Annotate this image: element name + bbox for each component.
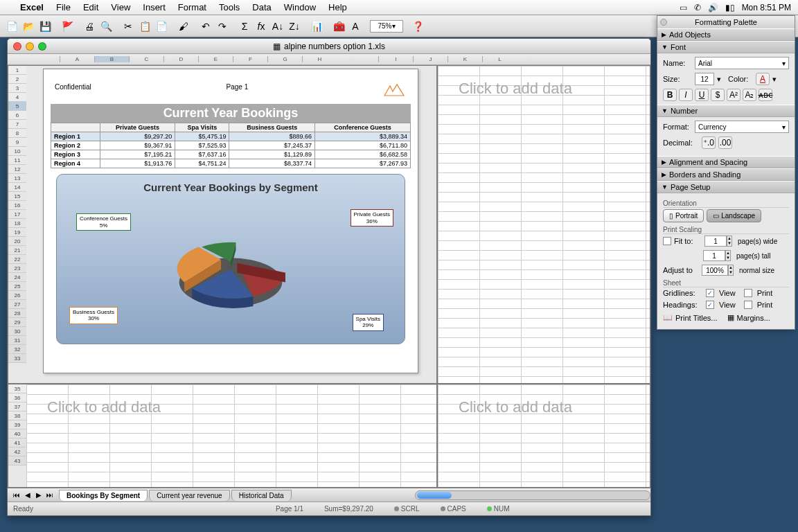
adjust-input[interactable] [702, 265, 728, 276]
section-add-objects[interactable]: ▶Add Objects [657, 28, 795, 41]
pane-top-right[interactable]: Click to add data [437, 65, 650, 384]
pages-tall-input[interactable] [703, 250, 725, 261]
decrease-decimal-icon[interactable]: .00 [718, 136, 732, 149]
text-icon[interactable]: A [348, 19, 363, 34]
next-sheet-icon[interactable]: ▶ [34, 491, 44, 499]
clock[interactable]: Mon 8:51 PM [742, 3, 791, 12]
cut-icon[interactable]: ✂ [121, 19, 136, 34]
pane-bottom-right[interactable]: Click to add data [437, 384, 650, 488]
window-title: alpine numbers option 1.xls [284, 42, 385, 51]
section-page-setup[interactable]: ▼Page Setup [657, 181, 795, 193]
pane-top-left[interactable]: 12345678910 11121314151617181920 2122232… [8, 65, 437, 384]
menu-insert[interactable]: Insert [136, 2, 172, 12]
bold-button[interactable]: B [663, 89, 677, 101]
fit-to-checkbox[interactable] [663, 237, 671, 245]
print-titles-button[interactable]: Print Titles... [675, 314, 718, 322]
sheet-tab[interactable]: Current year revenue [149, 490, 230, 501]
prev-sheet-icon[interactable]: ◀ [23, 491, 33, 499]
margins-button[interactable]: Margins... [737, 314, 770, 322]
volume-icon[interactable]: 🔊 [708, 3, 718, 12]
battery-icon[interactable]: ▮▯ [725, 3, 735, 12]
redo-icon[interactable]: ↷ [215, 19, 230, 34]
toolbox-icon[interactable]: 🧰 [331, 19, 346, 34]
subscript-button[interactable]: A₂ [743, 89, 756, 101]
confidential-label: Confidential [55, 83, 91, 97]
font-size-input[interactable] [695, 73, 714, 85]
section-alignment[interactable]: ▶Alignment and Spacing [657, 156, 795, 168]
chart-title: Current Year Bookings by Segment [57, 175, 405, 193]
last-sheet-icon[interactable]: ⏭ [45, 491, 55, 499]
copy-icon[interactable]: 📋 [137, 19, 152, 34]
pie-chart[interactable]: Current Year Bookings by Segment [56, 174, 405, 344]
superscript-button[interactable]: A² [727, 89, 741, 101]
open-icon[interactable]: 📂 [21, 19, 36, 34]
page-number: Page 1 [227, 83, 249, 97]
help-icon[interactable]: ❓ [410, 19, 425, 34]
menu-help[interactable]: Help [322, 2, 353, 12]
save-icon[interactable]: 💾 [37, 19, 53, 34]
new-icon[interactable]: 📄 [4, 19, 19, 34]
flag-icon[interactable]: 🚩 [60, 19, 75, 34]
strike-button[interactable]: ᴀʙᴄ [759, 89, 772, 101]
close-button[interactable] [13, 42, 21, 51]
font-color-icon[interactable]: A [756, 73, 770, 85]
app-name[interactable]: Excel [14, 2, 50, 12]
palette-titlebar[interactable]: Formatting Palette [657, 16, 795, 28]
section-borders[interactable]: ▶Borders and Shading [657, 168, 795, 181]
display-icon[interactable]: ▭ [680, 3, 687, 12]
format-painter-icon[interactable]: 🖌 [176, 19, 191, 34]
sheet-tab-active[interactable]: Bookings By Segment [59, 490, 148, 501]
print-icon[interactable]: 🖨 [82, 19, 97, 34]
sort-asc-icon[interactable]: A↓ [270, 19, 285, 34]
status-num: NUM [494, 505, 510, 513]
zoom-button[interactable] [38, 42, 46, 51]
gridlines-print-checkbox[interactable] [744, 289, 752, 297]
preview-icon[interactable]: 🔍 [98, 19, 114, 34]
menu-view[interactable]: View [105, 2, 136, 12]
pane-bottom-left[interactable]: 353637383940414243 Click to add data [8, 384, 437, 488]
placeholder[interactable]: Click to add data [459, 80, 572, 98]
zoom-select[interactable]: 75% ▾ [370, 20, 403, 33]
autosum-icon[interactable]: Σ [237, 19, 252, 34]
menu-data[interactable]: Data [246, 2, 277, 12]
formatting-palette[interactable]: Formatting Palette ▶Add Objects ▼Font Na… [657, 15, 795, 330]
horizontal-scrollbar[interactable] [415, 490, 650, 500]
sort-desc-icon[interactable]: Z↓ [287, 19, 302, 34]
function-icon[interactable]: fx [254, 19, 269, 34]
data-table[interactable]: Private GuestsSpa VisitsBusiness GuestsC… [51, 123, 411, 168]
portrait-button[interactable]: ▯ Portrait [663, 209, 704, 222]
titlebar[interactable]: ▦alpine numbers option 1.xls [8, 39, 650, 54]
currency-button[interactable]: $ [711, 89, 725, 101]
section-font[interactable]: ▼Font [657, 41, 795, 53]
first-sheet-icon[interactable]: ⏮ [12, 491, 21, 499]
undo-icon[interactable]: ↶ [198, 19, 213, 34]
placeholder[interactable]: Click to add data [47, 398, 161, 416]
chart-label-private: Private Guests36% [351, 209, 393, 227]
landscape-button[interactable]: ▭ Landscape [707, 209, 761, 222]
italic-button[interactable]: I [679, 89, 693, 101]
paste-icon[interactable]: 📄 [154, 19, 169, 34]
increase-decimal-icon[interactable]: ⁺.0 [702, 136, 716, 149]
menu-edit[interactable]: Edit [77, 2, 105, 12]
number-format-select[interactable]: Currency▾ [695, 121, 789, 133]
placeholder[interactable]: Click to add data [459, 398, 572, 416]
menu-file[interactable]: File [50, 2, 77, 12]
section-number[interactable]: ▼Number [657, 105, 795, 117]
pages-wide-input[interactable] [704, 236, 727, 247]
minimize-button[interactable] [26, 42, 34, 51]
headings-view-checkbox[interactable]: ✓ [706, 301, 714, 309]
menu-window[interactable]: Window [278, 2, 322, 12]
sheet-tab[interactable]: Historical Data [231, 490, 292, 501]
chart-icon[interactable]: 📊 [309, 19, 324, 34]
headings-print-checkbox[interactable] [744, 301, 752, 309]
palette-close-icon[interactable] [660, 19, 667, 26]
status-bar: Ready Page 1/1 Sum=$9,297.20 SCRL CAPS N… [8, 502, 650, 515]
column-ruler[interactable]: ABCDEFGH IJKL [8, 54, 650, 65]
font-name-select[interactable]: Arial▾ [695, 57, 789, 69]
underline-button[interactable]: U [695, 89, 709, 101]
menu-tools[interactable]: Tools [213, 2, 246, 12]
gridlines-view-checkbox[interactable]: ✓ [706, 289, 714, 297]
row-headers[interactable]: 12345678910 11121314151617181920 2122232… [8, 66, 26, 363]
phone-icon[interactable]: ✆ [694, 3, 701, 12]
menu-format[interactable]: Format [172, 2, 213, 12]
